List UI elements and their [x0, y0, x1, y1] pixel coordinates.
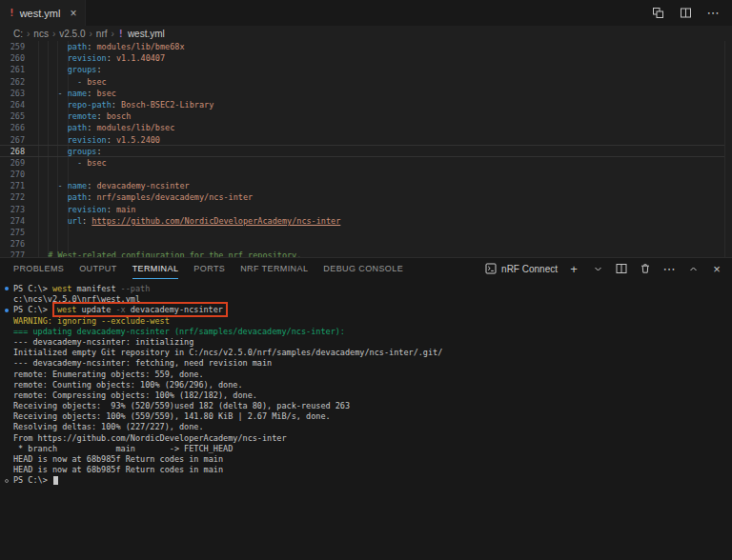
text-segment: modules/lib/bsec	[96, 123, 174, 132]
text-segment: name	[68, 181, 87, 190]
text-segment: revision	[68, 205, 107, 214]
text-segment: groups	[68, 65, 97, 74]
editor-line[interactable]: 266 path: modules/lib/bsec	[0, 122, 732, 133]
breadcrumb-item-drive[interactable]: C:	[13, 29, 23, 39]
text-segment: repo-path	[68, 100, 112, 110]
editor-content: 259 path: modules/lib/bme68x260 revision…	[0, 41, 732, 257]
text-segment: :	[87, 192, 96, 202]
breadcrumb: C: › ncs › v2.5.0 › nrf › ! west.yml	[0, 26, 732, 41]
breadcrumb-item-file[interactable]: west.yml	[128, 29, 165, 39]
text-segment: path	[68, 192, 87, 202]
editor-line[interactable]: 264 repo-path: Bosch-BSEC2-Library	[0, 99, 732, 110]
split-terminal-icon[interactable]	[614, 261, 629, 276]
editor-line[interactable]: 265 remote: bosch	[0, 110, 732, 122]
text-segment: v1.1.40407	[116, 53, 165, 63]
line-number: 263	[0, 88, 25, 99]
terminal-line: * branch main -> FETCH_HEAD	[13, 444, 732, 454]
breadcrumb-separator: ›	[52, 29, 55, 39]
text-segment	[38, 123, 68, 132]
new-terminal-button[interactable]: +	[566, 261, 581, 276]
text-segment: WARNING: ignoring --exclude-west	[13, 316, 170, 326]
text-segment: Bosch-BSEC2-Library	[121, 100, 214, 110]
editor-line[interactable]: 267 revision: v1.5.2400	[0, 134, 732, 146]
line-number: 276	[0, 238, 25, 250]
line-content: groups:	[38, 64, 102, 75]
text-segment: -	[77, 77, 87, 87]
editor-line[interactable]: 275	[0, 227, 732, 238]
editor-line[interactable]: 273 revision: main	[0, 204, 732, 215]
text-segment	[38, 53, 68, 63]
editor-line[interactable]: 263 - name: bsec	[0, 88, 732, 99]
close-panel-icon[interactable]: ×	[709, 261, 724, 276]
text-segment: === updating devacademy-ncsinter (nrf/sa…	[13, 327, 345, 336]
tab-west-yml[interactable]: ! west.yml ×	[0, 0, 86, 26]
text-segment	[38, 77, 77, 87]
editor-line[interactable]: 261 groups:	[0, 64, 732, 75]
line-content: - bsec	[38, 157, 107, 169]
editor-line[interactable]: 274 url: https://github.com/NordicDevelo…	[0, 215, 732, 227]
editor-line[interactable]: 271 - name: devacademy-ncsinter	[0, 180, 732, 191]
terminal-line: remote: Compressing objects: 100% (182/1…	[13, 390, 732, 401]
terminal-line: Receiving objects: 100% (559/559), 141.8…	[13, 411, 732, 422]
line-number: 259	[0, 41, 25, 52]
editor-line[interactable]: 268 groups:	[0, 146, 732, 157]
line-number: 260	[0, 52, 25, 64]
more-actions-icon[interactable]: ⋯	[705, 6, 721, 21]
terminal-line: Initialized empty Git repository in C:/n…	[13, 348, 732, 358]
editor-line[interactable]: 277 # West-related configuration for the…	[0, 250, 732, 257]
panel-tab-output[interactable]: OUTPUT	[79, 258, 116, 279]
line-number: 262	[0, 76, 25, 88]
line-number: 272	[0, 191, 25, 203]
editor-line[interactable]: 276	[0, 238, 732, 250]
editor-scrollbar[interactable]	[724, 41, 732, 257]
open-changes-icon[interactable]	[650, 6, 665, 21]
breadcrumb-item-version[interactable]: v2.5.0	[59, 29, 85, 39]
command-decoration-icon[interactable]	[5, 309, 9, 312]
terminal-line: --- devacademy-ncsinter: initializing	[13, 337, 732, 348]
more-actions-icon[interactable]: ⋯	[661, 261, 677, 276]
command-decoration-icon[interactable]	[5, 287, 9, 290]
breadcrumb-item-nrf[interactable]: nrf	[96, 29, 108, 39]
maximize-panel-icon[interactable]	[685, 261, 701, 276]
editor[interactable]: 259 path: modules/lib/bme68x260 revision…	[0, 41, 732, 257]
split-editor-icon[interactable]	[678, 6, 693, 21]
editor-line[interactable]: 260 revision: v1.1.40407	[0, 52, 732, 64]
line-content: remote: bosch	[38, 110, 131, 122]
terminal-instance-nrf-connect[interactable]: nRF Connect	[485, 263, 558, 274]
editor-actions: ⋯	[650, 0, 732, 26]
text-segment: From https://github.com/NordicDeveloperA…	[13, 433, 287, 443]
text-segment: https://github.com/NordicDeveloperAcadem…	[92, 216, 340, 226]
text-segment	[38, 192, 68, 202]
editor-line[interactable]: 259 path: modules/lib/bme68x	[0, 41, 732, 52]
text-segment: bsec	[87, 158, 106, 168]
close-tab-icon[interactable]: ×	[70, 8, 76, 19]
panel-tab-terminal[interactable]: TERMINAL	[132, 258, 179, 279]
panel-tab-problems[interactable]: PROBLEMS	[13, 258, 64, 279]
text-segment: url	[68, 216, 82, 226]
text-segment: west	[57, 305, 76, 314]
text-segment: path	[68, 123, 87, 132]
breadcrumb-item-ncs[interactable]: ncs	[33, 29, 49, 39]
text-segment: --- devacademy-ncsinter: fetching, need …	[13, 358, 272, 368]
line-content: url: https://github.com/NordicDeveloperA…	[38, 215, 340, 227]
text-segment	[38, 89, 57, 98]
panel-tab-nrf-terminal[interactable]: NRF TERMINAL	[240, 258, 308, 279]
editor-line[interactable]: 269 - bsec	[0, 157, 732, 169]
terminal-profile-dropdown-icon[interactable]	[590, 261, 605, 276]
panel-tab-ports[interactable]: PORTS	[193, 258, 225, 279]
line-content: revision: main	[38, 204, 135, 215]
text-segment: remote	[68, 111, 97, 121]
kill-terminal-trash-icon[interactable]	[638, 261, 653, 276]
terminal-output[interactable]: PS C:\> west manifest --pathc:\ncs\v2.5.…	[0, 279, 732, 560]
text-segment: Resolving deltas: 100% (227/227), done.	[13, 422, 204, 431]
terminal-line: Receiving objects: 93% (520/559)used 182…	[13, 401, 732, 411]
yaml-file-icon: !	[118, 29, 124, 39]
editor-line[interactable]: 262 - bsec	[0, 76, 732, 88]
editor-line[interactable]: 272 path: nrf/samples/devacademy/ncs-int…	[0, 191, 732, 203]
text-segment: bosch	[107, 111, 132, 121]
editor-line[interactable]: 270	[0, 169, 732, 180]
text-segment: Receiving objects: 93% (520/559)used 182…	[13, 401, 350, 410]
panel-tab-debug-console[interactable]: DEBUG CONSOLE	[323, 258, 403, 279]
command-decoration-pending-icon[interactable]	[5, 479, 9, 483]
line-content: - name: bsec	[38, 88, 116, 99]
